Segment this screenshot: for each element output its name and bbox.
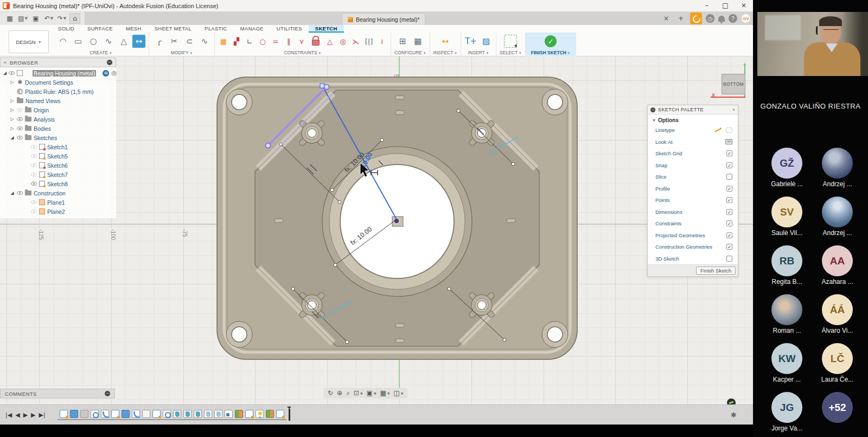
finish-sketch-label[interactable]: FINISH SKETCH ▼	[531, 50, 571, 56]
visibility-eye-icon[interactable]	[17, 108, 23, 112]
visibility-eye-icon[interactable]	[17, 126, 23, 130]
configuration-table-icon[interactable]: ▦	[411, 35, 424, 48]
3d-sketch-checkbox[interactable]	[726, 256, 732, 262]
tangent-constraint-icon[interactable]: ⋋	[350, 35, 361, 48]
browser-options-icon[interactable]: −	[107, 60, 112, 65]
design-workspace-button[interactable]: DESIGN ▼	[9, 30, 49, 53]
viewports-icon[interactable]: ◫▼	[392, 389, 404, 397]
mirror-tool-icon[interactable]: ▞	[231, 35, 242, 48]
participant-tile[interactable]: GŽGabrielė ...	[762, 143, 812, 192]
participant-tile[interactable]: KWKacper ...	[762, 339, 812, 388]
polygon-tool-icon[interactable]: △	[117, 35, 130, 48]
palette-close-icon[interactable]: −	[650, 107, 655, 112]
visibility-eye-icon[interactable]	[31, 163, 37, 167]
browser-collapse-icon[interactable]: «	[4, 60, 7, 65]
expander-icon[interactable]: ▷	[10, 117, 15, 122]
select-tool-icon[interactable]	[504, 35, 517, 48]
construction-linetype-icon[interactable]	[714, 127, 722, 133]
expander-icon[interactable]: ▷	[10, 80, 15, 85]
parallel-constraint-icon[interactable]: ∥	[283, 35, 294, 48]
ribbon-group-label[interactable]: SELECT ▼	[500, 50, 522, 56]
palette-expand-icon[interactable]: »	[732, 107, 735, 112]
speaker-video[interactable]	[757, 12, 868, 76]
viewcube-face[interactable]: BOTTOM	[722, 74, 745, 94]
fix-constraint-icon[interactable]	[309, 35, 322, 48]
timeline-feature-solid[interactable]	[122, 410, 130, 418]
timeline-feature-gray[interactable]	[80, 410, 88, 418]
triangle-constraint-icon[interactable]: △	[324, 35, 335, 48]
sketch-dimension-tool-icon[interactable]: ↔	[132, 35, 145, 48]
document-tab[interactable]: Bearing Housing (metal)*	[342, 13, 425, 25]
timeline-feature-sketch[interactable]	[60, 410, 68, 418]
bearing-housing-body[interactable]	[217, 77, 577, 359]
visibility-eye-icon[interactable]	[31, 154, 37, 158]
insert-decal-icon[interactable]: T+	[464, 35, 477, 48]
visibility-eye-icon[interactable]	[31, 200, 37, 204]
expander-icon[interactable]: ▷	[10, 126, 15, 131]
undo-icon[interactable]: ↶▼	[43, 13, 54, 24]
timeline-feature-cut[interactable]	[173, 410, 181, 418]
normal-linetype-icon[interactable]	[726, 128, 732, 133]
ribbon-tab-utilities[interactable]: UTILITIES	[270, 25, 309, 33]
projected-geometries-checkbox[interactable]: ✓	[726, 232, 732, 238]
browser-item-origin[interactable]: ▷Origin	[0, 105, 116, 115]
pan-icon[interactable]: ⊕	[336, 389, 343, 397]
grid-and-snaps-icon[interactable]: ▦▼	[379, 389, 391, 397]
browser-root-row[interactable]: ◢Bearing Housing (metal)G◎	[0, 68, 116, 78]
play-button[interactable]: ▶	[23, 411, 28, 419]
ribbon-tab-surface[interactable]: SURFACE	[81, 25, 119, 33]
equal-constraint-icon[interactable]: =	[270, 35, 281, 48]
participant-tile[interactable]: Andrzej ...	[812, 143, 863, 192]
close-button[interactable]: ×	[735, 0, 753, 11]
redo-icon[interactable]: ↷▼	[56, 13, 67, 24]
look-at-icon[interactable]	[725, 139, 732, 144]
fillet-tool-icon[interactable]: ╭	[152, 35, 165, 48]
dimensions-checkbox[interactable]: ✓	[726, 209, 732, 215]
browser-item-plastic-rule-abs-1-5-mm-[interactable]: Plastic Rule: ABS (1,5 mm)	[0, 87, 116, 96]
construction-geometries-checkbox[interactable]: ✓	[726, 244, 732, 250]
ribbon-group-label[interactable]: CONSTRAINTS ▼	[284, 50, 322, 56]
points-checkbox[interactable]: ✓	[726, 197, 732, 203]
timeline-feature-sketch[interactable]	[111, 410, 119, 418]
orbit-icon[interactable]: ↻	[327, 389, 334, 397]
configure-box-icon[interactable]: ⊞	[396, 35, 409, 48]
ribbon-group-label[interactable]: INSERT ▼	[468, 50, 489, 56]
browser-item-document-settings[interactable]: ▷✱Document Settings	[0, 78, 116, 87]
break-tool-icon[interactable]: ∿	[198, 35, 211, 48]
view-cube[interactable]: ▲ BOTTOM X	[711, 62, 749, 100]
ribbon-group-finish-sketch[interactable]: ✓FINISH SKETCH ▼	[526, 33, 576, 56]
timeline-feature-drop[interactable]	[214, 410, 222, 418]
display-settings-icon[interactable]: ▣▼	[366, 389, 378, 397]
recent-activity-clock[interactable]: ◷	[706, 14, 714, 23]
ribbon-tab-sheet-metal[interactable]: SHEET METAL	[148, 25, 198, 33]
line-endpoint-handle[interactable]	[320, 84, 324, 88]
app-launcher-icon[interactable]: ▦	[4, 13, 15, 24]
ribbon-tab-sketch[interactable]: SKETCH	[309, 25, 344, 33]
visibility-eye-icon[interactable]	[31, 145, 37, 149]
timeline-feature-pattern[interactable]	[266, 410, 274, 418]
ribbon-group-label[interactable]: CONFIGURE ▼	[394, 50, 426, 56]
ribbon-tab-plastic[interactable]: PLASTIC	[198, 25, 234, 33]
participant-tile[interactable]: JGJorge Va...	[762, 388, 812, 436]
go-to-end-button[interactable]: ▶|	[39, 411, 46, 419]
expander-open-icon[interactable]: ◢	[3, 71, 7, 75]
ribbon-group-label[interactable]: INSPECT ▼	[433, 50, 457, 56]
participant-tile[interactable]: RBRegita B...	[762, 241, 812, 290]
visibility-eye-icon[interactable]	[31, 173, 37, 176]
timeline-feature-fillet[interactable]	[132, 410, 140, 418]
home-view-icon[interactable]: ⌂	[69, 13, 80, 24]
timeline-feature-sketch[interactable]	[276, 410, 284, 418]
browser-item-bodies[interactable]: ▷Bodies	[0, 124, 116, 133]
participant-tile[interactable]: LČLaura Če...	[812, 339, 863, 388]
new-document-tab[interactable]: +	[675, 13, 686, 24]
participant-tile[interactable]: ÁÁÁlvaro Vi...	[812, 290, 863, 339]
activate-component-icon[interactable]: ◎	[111, 69, 117, 77]
palette-options-section[interactable]: ▼ Options	[648, 115, 738, 124]
step-back-button[interactable]: ◀	[15, 411, 20, 419]
timeline-feature-ring[interactable]	[91, 410, 99, 418]
comments-bar[interactable]: COMMENTS −	[0, 389, 115, 398]
expander-icon[interactable]: ▷	[10, 98, 15, 103]
finish-sketch-button[interactable]: Finish Sketch	[696, 267, 736, 275]
participant-tile[interactable]: +52	[812, 388, 863, 436]
minimize-button[interactable]: –	[698, 0, 716, 11]
